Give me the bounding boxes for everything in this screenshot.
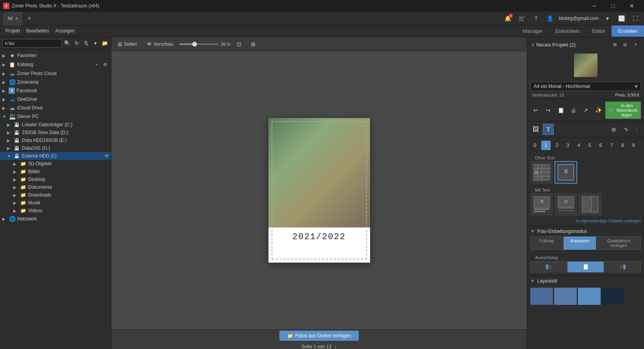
layout-ohne-2[interactable]: ✕	[555, 161, 577, 184]
objekte-link[interactable]: In eigenständige Objekte zerlegen	[576, 218, 641, 223]
sidebar-item-3d-objekte[interactable]: ▶ 📁 3D-Objekte	[0, 160, 111, 168]
nav-editor[interactable]: Editor	[586, 25, 612, 37]
nav-entwickeln[interactable]: Entwickeln	[549, 25, 586, 37]
text-tool-button[interactable]: T	[543, 124, 554, 135]
print-button[interactable]: 🖨	[568, 105, 579, 116]
maximize-button[interactable]: □	[604, 0, 622, 12]
num-3[interactable]: 3	[563, 141, 572, 150]
seiten-btn[interactable]: ⊞ Seiten	[114, 40, 140, 48]
fullfit-icon-btn[interactable]: ⊞	[248, 40, 259, 48]
sidebar-item-g-drive[interactable]: ▶ 💾 Data10G (G:)	[0, 144, 111, 152]
layout-style-1[interactable]	[554, 288, 577, 305]
sidebar-item-downloads[interactable]: ▶ 📁 Downloads	[0, 191, 111, 199]
dropdown-icon[interactable]: ▾	[602, 13, 613, 24]
cart-button[interactable]: 🛒 In den Warenkorb legen	[605, 102, 641, 119]
sidebar-item-dieser-pc[interactable]: ▼ 💻 Dieser PC	[0, 112, 111, 121]
katalog-settings-icon[interactable]: ⚙	[102, 61, 109, 68]
next-page-arrow[interactable]: ›	[335, 343, 336, 349]
layout-ohne-1[interactable]: ✕	[530, 161, 553, 184]
rp-back-button[interactable]: ‹	[532, 41, 534, 48]
align-center-btn[interactable]	[567, 261, 604, 272]
tab-close-icon[interactable]: ✕	[15, 16, 18, 21]
menu-anzeigen[interactable]: Anzeigen	[53, 27, 77, 34]
redo-button[interactable]: ↪	[543, 105, 554, 116]
num-2[interactable]: 2	[552, 141, 562, 150]
mode-fullung[interactable]: Füllung	[530, 236, 563, 250]
num-0[interactable]: 0	[530, 141, 540, 150]
sidebar-item-icloud[interactable]: ▶ ☁ iCloud Drive	[0, 104, 111, 112]
vorschau-btn[interactable]: 👁 Vorschau	[143, 40, 176, 48]
nav-manager[interactable]: Manager	[517, 25, 549, 37]
rp-tool3-button[interactable]: ⊞	[608, 124, 619, 135]
menu-projekt[interactable]: Projekt	[3, 27, 22, 34]
search-icon[interactable]: 🔍	[63, 39, 71, 48]
user-icon[interactable]: 👤	[545, 13, 556, 24]
sidebar-item-netzwerk[interactable]: ▶ 🌐 Netzwerk	[0, 215, 111, 223]
layout-mit-2[interactable]: ≡	[555, 193, 577, 216]
num-7[interactable]: 7	[607, 141, 616, 150]
sidebar-item-videos[interactable]: ▶ 📁 Videos	[0, 207, 111, 215]
layout-mit-3[interactable]	[579, 193, 601, 216]
mode-anpassen[interactable]: Anpassen	[564, 236, 596, 250]
sidebar-item-c-drive[interactable]: ▶ 💾 Lokaler Datenträger (C:)	[0, 121, 111, 129]
rp-layout2-icon[interactable]: ⊟	[621, 40, 629, 49]
refresh-icon[interactable]: ↻	[73, 39, 80, 48]
align-left-btn[interactable]	[530, 261, 567, 272]
fullscreen-icon[interactable]: ⛶	[630, 13, 641, 24]
tab-add-button[interactable]: +	[23, 13, 35, 24]
window-layout-icon[interactable]: ⬜	[616, 13, 627, 24]
num-1[interactable]: 1	[541, 141, 551, 150]
undo-button[interactable]: ↩	[530, 105, 541, 116]
mode-quadratisch[interactable]: Quadratisch einfügen	[597, 236, 641, 250]
sidebar-item-desktop[interactable]: ▶ 📁 Desktop	[0, 175, 111, 183]
foto-einbettung-header[interactable]: ▼ Foto-Einbettungsmodus	[527, 226, 644, 236]
share-button[interactable]: ↗	[580, 105, 591, 116]
notification-icon[interactable]: 🔔 1	[503, 13, 513, 24]
zoom-slider[interactable]	[179, 43, 218, 45]
sidebar-item-katalog[interactable]: ▶ 📋 Katalog + ⚙	[0, 60, 111, 69]
rp-export-icon[interactable]: ↗	[631, 40, 639, 49]
rp-tool4-button[interactable]: ✎	[621, 124, 631, 135]
copy-button[interactable]: 📋	[555, 105, 566, 116]
tab-lol[interactable]: lol ✕	[3, 12, 23, 25]
num-4[interactable]: 4	[574, 141, 583, 150]
layout-style-2[interactable]	[578, 288, 601, 305]
sidebar-item-e-drive[interactable]: ▶ 💾 Data HDD180GB (E:)	[0, 136, 111, 144]
image-tool-button[interactable]: 🖼	[530, 124, 541, 135]
katalog-add-icon[interactable]: +	[93, 61, 100, 68]
cart-icon[interactable]: 🛒	[517, 13, 528, 24]
sidebar-item-cloud[interactable]: ▶ ☁ Zoner Photo Cloud	[0, 69, 111, 78]
sidebar-item-i-drive[interactable]: ▼ 💾 Externe HDD (I:) ⟳	[0, 152, 111, 160]
sort-icon[interactable]: ⇅	[82, 39, 90, 48]
sidebar-item-musik[interactable]: ▶ 📁 Musik	[0, 199, 111, 207]
num-9[interactable]: 9	[629, 141, 638, 150]
layout-style-0[interactable]	[530, 288, 553, 305]
minimize-button[interactable]: ─	[585, 0, 603, 12]
sidebar-item-zonerama[interactable]: ▶ 🌐 Zonerama	[0, 78, 111, 86]
num-8[interactable]: 8	[618, 141, 627, 150]
folder-icon[interactable]: 📁	[101, 39, 109, 48]
layout-mit-1[interactable]: ✕	[530, 193, 553, 216]
sort-dropdown-icon[interactable]: ▾	[91, 39, 99, 48]
layoutstil-header[interactable]: ▼ Layoutstil	[527, 276, 644, 286]
num-5[interactable]: 5	[585, 141, 594, 150]
sidebar-item-favoriten[interactable]: ▶ ★ Favoriten	[0, 51, 111, 60]
num-6[interactable]: 6	[596, 141, 605, 150]
magic-button[interactable]: ✨	[593, 105, 604, 116]
rp-layout-icon[interactable]: ⊞	[610, 40, 619, 49]
format-dropdown[interactable]: A4 ein Monat - Hochformat ▾	[530, 82, 641, 91]
layout-style-3[interactable]	[602, 288, 624, 305]
menu-bearbeiten[interactable]: Bearbeiten	[24, 27, 51, 34]
sidebar-item-dokumente[interactable]: ▶ 📁 Dokumente	[0, 183, 111, 191]
help-icon[interactable]: ?	[531, 13, 542, 24]
nav-erstellen[interactable]: Erstellen	[612, 25, 644, 37]
close-button[interactable]: ✕	[623, 0, 641, 12]
sidebar-item-d-drive[interactable]: ▶ 💾 150GB Slow Data (D:)	[0, 129, 111, 136]
sidebar-item-facebook[interactable]: ▶ f Facebook	[0, 86, 111, 95]
add-photos-button[interactable]: 📁 Fotos aus Ordner einfügen	[279, 331, 359, 341]
align-right-btn[interactable]	[605, 261, 641, 272]
path-input[interactable]	[2, 39, 62, 48]
sidebar-item-bilder[interactable]: ▶ 📁 Bilder	[0, 168, 111, 175]
fit-icon-btn[interactable]: ⊡	[234, 40, 245, 48]
sidebar-item-onedrive[interactable]: ▶ ☁ OneDrive	[0, 95, 111, 104]
